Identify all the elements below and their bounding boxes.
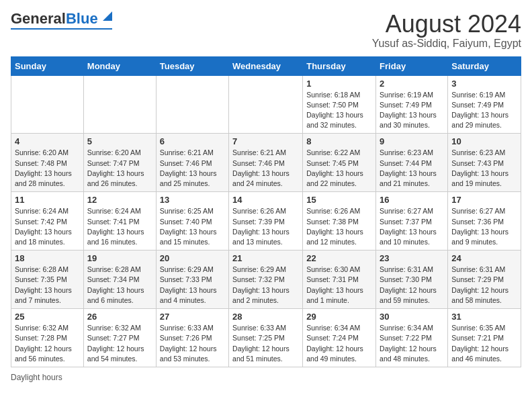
day-number: 18 — [15, 253, 80, 263]
footer: Daylight hours — [11, 373, 521, 382]
day-info: Sunrise: 6:21 AM Sunset: 7:46 PM Dayligh… — [160, 148, 225, 189]
day-number: 13 — [160, 195, 225, 205]
day-info: Sunrise: 6:23 AM Sunset: 7:43 PM Dayligh… — [451, 148, 517, 189]
calendar-cell: 10Sunrise: 6:23 AM Sunset: 7:43 PM Dayli… — [448, 134, 521, 192]
calendar-cell: 22Sunrise: 6:30 AM Sunset: 7:31 PM Dayli… — [303, 250, 376, 309]
day-info: Sunrise: 6:26 AM Sunset: 7:38 PM Dayligh… — [306, 206, 372, 247]
title-block: August 2024 Yusuf as-Siddiq, Faiyum, Egy… — [372, 11, 521, 50]
day-info: Sunrise: 6:30 AM Sunset: 7:31 PM Dayligh… — [306, 265, 372, 306]
day-info: Sunrise: 6:27 AM Sunset: 7:36 PM Dayligh… — [451, 206, 517, 247]
day-number: 10 — [451, 136, 517, 146]
day-number: 29 — [306, 312, 372, 322]
calendar-cell: 17Sunrise: 6:27 AM Sunset: 7:36 PM Dayli… — [448, 192, 521, 250]
day-info: Sunrise: 6:32 AM Sunset: 7:27 PM Dayligh… — [87, 323, 152, 364]
weekday-header: Friday — [376, 56, 448, 75]
calendar-cell: 28Sunrise: 6:33 AM Sunset: 7:25 PM Dayli… — [229, 309, 303, 367]
calendar-week-row: 4Sunrise: 6:20 AM Sunset: 7:48 PM Daylig… — [11, 134, 521, 192]
day-info: Sunrise: 6:19 AM Sunset: 7:49 PM Dayligh… — [451, 90, 517, 131]
day-number: 28 — [232, 312, 299, 322]
calendar-cell: 12Sunrise: 6:24 AM Sunset: 7:41 PM Dayli… — [83, 192, 156, 250]
weekday-header: Monday — [83, 56, 156, 75]
day-number: 17 — [451, 195, 517, 205]
calendar-cell: 5Sunrise: 6:20 AM Sunset: 7:47 PM Daylig… — [83, 134, 156, 192]
day-number: 16 — [380, 195, 444, 205]
location: Yusuf as-Siddiq, Faiyum, Egypt — [372, 38, 521, 50]
calendar-cell: 11Sunrise: 6:24 AM Sunset: 7:42 PM Dayli… — [11, 192, 84, 250]
day-info: Sunrise: 6:29 AM Sunset: 7:32 PM Dayligh… — [232, 265, 299, 306]
day-number: 8 — [306, 136, 372, 146]
day-number: 1 — [306, 79, 372, 89]
weekday-header: Wednesday — [229, 56, 303, 75]
day-info: Sunrise: 6:29 AM Sunset: 7:33 PM Dayligh… — [160, 265, 225, 306]
calendar-cell — [229, 75, 303, 134]
day-number: 7 — [232, 136, 299, 146]
calendar-cell: 4Sunrise: 6:20 AM Sunset: 7:48 PM Daylig… — [11, 134, 84, 192]
calendar-cell: 24Sunrise: 6:31 AM Sunset: 7:29 PM Dayli… — [448, 250, 521, 309]
day-info: Sunrise: 6:34 AM Sunset: 7:24 PM Dayligh… — [306, 323, 372, 364]
calendar-cell: 18Sunrise: 6:28 AM Sunset: 7:35 PM Dayli… — [11, 250, 84, 309]
day-number: 25 — [15, 312, 80, 322]
calendar-week-row: 11Sunrise: 6:24 AM Sunset: 7:42 PM Dayli… — [11, 192, 521, 250]
calendar-cell: 3Sunrise: 6:19 AM Sunset: 7:49 PM Daylig… — [448, 75, 521, 134]
day-number: 24 — [451, 253, 517, 263]
day-info: Sunrise: 6:31 AM Sunset: 7:30 PM Dayligh… — [380, 265, 444, 306]
day-number: 15 — [306, 195, 372, 205]
calendar-cell: 8Sunrise: 6:22 AM Sunset: 7:45 PM Daylig… — [303, 134, 376, 192]
calendar-week-row: 1Sunrise: 6:18 AM Sunset: 7:50 PM Daylig… — [11, 75, 521, 134]
calendar-cell: 15Sunrise: 6:26 AM Sunset: 7:38 PM Dayli… — [303, 192, 376, 250]
calendar-cell: 27Sunrise: 6:33 AM Sunset: 7:26 PM Dayli… — [156, 309, 228, 367]
calendar-cell: 13Sunrise: 6:25 AM Sunset: 7:40 PM Dayli… — [156, 192, 228, 250]
day-number: 23 — [380, 253, 444, 263]
day-info: Sunrise: 6:25 AM Sunset: 7:40 PM Dayligh… — [160, 206, 225, 247]
calendar-cell — [156, 75, 228, 134]
day-number: 31 — [451, 312, 517, 322]
weekday-header: Tuesday — [156, 56, 228, 75]
daylight-label: Daylight hours — [11, 373, 62, 382]
calendar-cell: 14Sunrise: 6:26 AM Sunset: 7:39 PM Dayli… — [229, 192, 303, 250]
calendar-cell: 6Sunrise: 6:21 AM Sunset: 7:46 PM Daylig… — [156, 134, 228, 192]
day-info: Sunrise: 6:28 AM Sunset: 7:34 PM Dayligh… — [87, 265, 152, 306]
calendar-cell: 30Sunrise: 6:34 AM Sunset: 7:22 PM Dayli… — [376, 309, 448, 367]
calendar-cell: 19Sunrise: 6:28 AM Sunset: 7:34 PM Dayli… — [83, 250, 156, 309]
day-info: Sunrise: 6:35 AM Sunset: 7:21 PM Dayligh… — [451, 323, 517, 364]
day-info: Sunrise: 6:19 AM Sunset: 7:49 PM Dayligh… — [380, 90, 444, 131]
day-info: Sunrise: 6:33 AM Sunset: 7:26 PM Dayligh… — [160, 323, 225, 364]
calendar-cell: 21Sunrise: 6:29 AM Sunset: 7:32 PM Dayli… — [229, 250, 303, 309]
day-number: 2 — [380, 79, 444, 89]
calendar-week-row: 25Sunrise: 6:32 AM Sunset: 7:28 PM Dayli… — [11, 309, 521, 367]
calendar-week-row: 18Sunrise: 6:28 AM Sunset: 7:35 PM Dayli… — [11, 250, 521, 309]
day-info: Sunrise: 6:34 AM Sunset: 7:22 PM Dayligh… — [380, 323, 444, 364]
calendar-cell: 26Sunrise: 6:32 AM Sunset: 7:27 PM Dayli… — [83, 309, 156, 367]
logo-icon — [100, 10, 112, 22]
calendar-cell: 16Sunrise: 6:27 AM Sunset: 7:37 PM Dayli… — [376, 192, 448, 250]
day-info: Sunrise: 6:21 AM Sunset: 7:46 PM Dayligh… — [232, 148, 299, 189]
day-number: 14 — [232, 195, 299, 205]
weekday-header-row: SundayMondayTuesdayWednesdayThursdayFrid… — [11, 56, 521, 75]
page-header: GeneralBlue August 2024 Yusuf as-Siddiq,… — [11, 11, 521, 50]
day-info: Sunrise: 6:28 AM Sunset: 7:35 PM Dayligh… — [15, 265, 80, 306]
logo-text: GeneralBlue — [11, 11, 98, 27]
day-number: 21 — [232, 253, 299, 263]
calendar-cell: 20Sunrise: 6:29 AM Sunset: 7:33 PM Dayli… — [156, 250, 228, 309]
calendar-cell: 9Sunrise: 6:23 AM Sunset: 7:44 PM Daylig… — [376, 134, 448, 192]
day-info: Sunrise: 6:27 AM Sunset: 7:37 PM Dayligh… — [380, 206, 444, 247]
calendar-cell: 23Sunrise: 6:31 AM Sunset: 7:30 PM Dayli… — [376, 250, 448, 309]
day-info: Sunrise: 6:20 AM Sunset: 7:48 PM Dayligh… — [15, 148, 80, 189]
day-number: 30 — [380, 312, 444, 322]
day-info: Sunrise: 6:32 AM Sunset: 7:28 PM Dayligh… — [15, 323, 80, 364]
weekday-header: Sunday — [11, 56, 84, 75]
calendar-cell: 29Sunrise: 6:34 AM Sunset: 7:24 PM Dayli… — [303, 309, 376, 367]
calendar-table: SundayMondayTuesdayWednesdayThursdayFrid… — [11, 56, 521, 367]
day-info: Sunrise: 6:33 AM Sunset: 7:25 PM Dayligh… — [232, 323, 299, 364]
calendar-cell: 2Sunrise: 6:19 AM Sunset: 7:49 PM Daylig… — [376, 75, 448, 134]
day-info: Sunrise: 6:18 AM Sunset: 7:50 PM Dayligh… — [306, 90, 372, 131]
day-info: Sunrise: 6:23 AM Sunset: 7:44 PM Dayligh… — [380, 148, 444, 189]
day-number: 5 — [87, 136, 152, 146]
day-info: Sunrise: 6:24 AM Sunset: 7:42 PM Dayligh… — [15, 206, 80, 247]
day-number: 4 — [15, 136, 80, 146]
day-info: Sunrise: 6:20 AM Sunset: 7:47 PM Dayligh… — [87, 148, 152, 189]
day-info: Sunrise: 6:26 AM Sunset: 7:39 PM Dayligh… — [232, 206, 299, 247]
day-number: 9 — [380, 136, 444, 146]
calendar-cell: 31Sunrise: 6:35 AM Sunset: 7:21 PM Dayli… — [448, 309, 521, 367]
day-info: Sunrise: 6:24 AM Sunset: 7:41 PM Dayligh… — [87, 206, 152, 247]
